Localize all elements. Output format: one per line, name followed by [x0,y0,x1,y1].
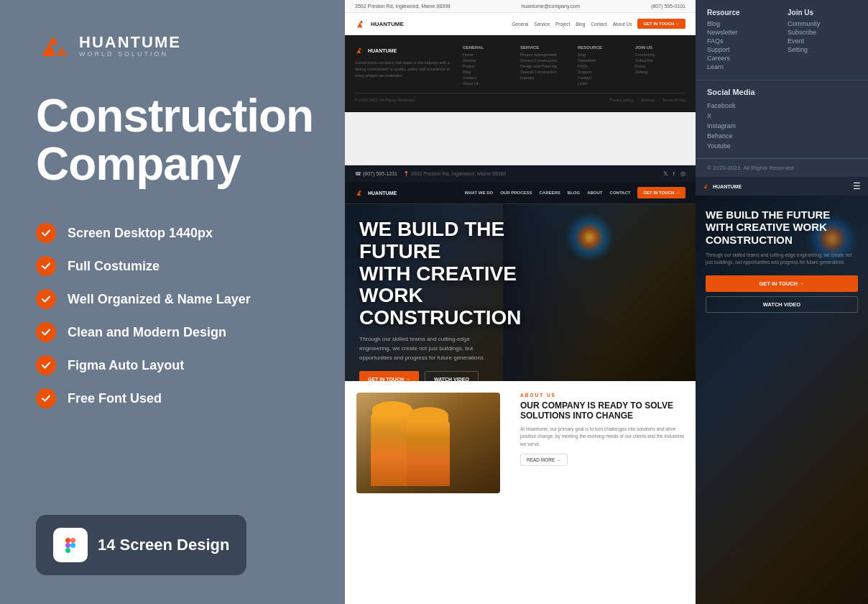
right-nav-item[interactable]: Learn [707,63,776,71]
privacy-link[interactable]: Privacy policy [609,98,634,102]
nav-link[interactable]: Blog [576,22,585,27]
footer-col-item: Learn [578,81,628,86]
hero-nav-logo: HUANTUME [368,191,397,196]
hero-nav-link[interactable]: BLOG [568,191,580,195]
about-heading: OUR COMPANY IS READY TO SOLVE SOLUTIONS … [520,401,687,421]
social-heading: Social Media [707,88,857,96]
email-text: huantume@company.com [522,4,580,9]
hamburger-icon[interactable]: ☰ [853,182,861,191]
mobile-watch-button[interactable]: WATCH VIDEO [706,296,858,313]
right-nav-item[interactable]: Setting [788,45,857,54]
right-nav-item[interactable]: FAQs [707,37,776,45]
feature-text: Full Costumize [68,259,160,274]
right-nav-item[interactable]: Event [788,37,857,45]
social-item[interactable]: Facebook [707,101,857,111]
feature-text: Figma Auto Layout [68,358,184,373]
list-item: Full Costumize [36,256,309,276]
right-nav-item[interactable]: Community [788,19,857,28]
hero-watch-button[interactable]: WATCH VIDEO [425,371,479,381]
check-icon [36,355,56,375]
hero-nav-link[interactable]: ABOUT [587,191,602,195]
hero-nav-link[interactable]: OUR PROCESS [500,191,532,195]
social-item[interactable]: Behance [707,131,857,141]
hero-body: Through our skilled teams and cutting-ed… [359,335,503,362]
about-body: At Huantume, our primary goal is to turn… [520,426,685,448]
mobile-hero: WE BUILD THE FUTURE WITH CREATIVE WORK C… [696,196,868,604]
nav-link[interactable]: Service [534,22,550,27]
right-copyright: © 2020-2021, All Rights Reserved [696,158,868,177]
read-more-button[interactable]: READ MORE → [520,454,568,466]
footer-copyright: © 2020-2021. All Rights Reserved. [355,98,415,102]
logo-area: HUANTUME WORLD SOLUTION [36,29,309,63]
mobile-logo: HUANTUME [713,184,742,189]
hero-nav-link[interactable]: CAREERS [540,191,560,195]
mockup-hero-preview: ☎ (807) 595-1231 📍 3602 Preston Rd, Ingl… [345,165,696,381]
right-nav-item[interactable]: Subscribe [788,28,857,37]
hero-nav-cta[interactable]: GET IN TOUCH → [637,187,685,198]
footer-col-item: Event [635,64,685,68]
address-text: 3502 Preston Rd, Inglewood, Maine 98398 [355,4,451,9]
hero-nav-link[interactable]: WHAT WE DO [465,191,494,195]
footer-col-item: Contact [578,76,628,80]
right-nav-item[interactable]: Careers [707,54,776,63]
mockup-top-preview: 3502 Preston Rd, Inglewood, Maine 98398 … [345,0,696,165]
mobile-header: HUANTUME ☰ [696,177,868,196]
svg-marker-9 [356,190,361,196]
figma-icon [53,528,88,562]
social-item[interactable]: Youtube [707,141,857,151]
footer-col-item: Setting [635,70,685,74]
nav-link[interactable]: About Us [613,22,632,27]
mock-address-small: 📍 3602 Preston Rd, Inglewood, Maine 9838… [403,171,507,177]
right-nav-item[interactable]: Newsletter [707,28,776,37]
list-item: Free Font Used [36,388,309,408]
footer-col-item: Genera Construction [520,58,571,63]
svg-marker-0 [42,36,57,56]
features-list: Screen Desktop 1440px Full Costumize Wel… [36,223,309,408]
right-social-section: Social Media Facebook X Instagram Behanc… [696,81,868,158]
check-icon [36,322,56,342]
logo-icon [36,29,70,63]
feature-text: Clean and Modern Design [68,325,226,340]
about-label: ABOUT US [520,393,687,398]
right-nav-item[interactable]: Blog [707,19,776,28]
social-item[interactable]: X [707,111,857,121]
footer-col-item: Contact [463,76,513,80]
svg-point-6 [70,543,75,548]
mock-phone: ☎ (807) 595-1231 [355,171,397,177]
feature-text: Screen Desktop 1440px [68,226,213,241]
footer-col-item: Project management [520,52,571,57]
terms-link[interactable]: Terms of Use [662,98,685,102]
footer-col-item: Community [635,52,685,57]
sitemap-link[interactable]: Sitemap [640,98,655,102]
social-item[interactable]: Instagram [707,121,857,131]
right-nav-item[interactable]: Support [707,45,776,54]
hero-cta-button[interactable]: GET IN TOUCH → [359,371,419,381]
mobile-hero-title: WE BUILD THE FUTURE WITH CREATIVE WORK C… [706,209,858,246]
footer-col-item: Blog [463,70,513,74]
screen-count-label: 14 Screen Design [98,536,229,554]
logo-name: HUANTUME [79,35,181,50]
about-content: ABOUT US OUR COMPANY IS READY TO SOLVE S… [512,381,696,604]
svg-marker-10 [704,184,708,188]
mobile-cta-button[interactable]: GET IN TOUCH → [706,275,858,292]
nav-link[interactable]: General [512,22,528,27]
feature-text: Free Font Used [68,391,162,406]
feature-text: Well Organized & Name Layer [68,292,251,307]
footer-col-item: Blog [578,52,628,57]
mobile-hero-buttons: GET IN TOUCH → WATCH VIDEO [706,275,858,313]
logo-sub: WORLD SOLUTION [79,50,181,58]
footer-col-item: Service [463,58,513,63]
social-fb[interactable]: f [673,170,675,177]
social-ig[interactable]: ◎ [680,170,685,177]
nav-cta-button[interactable]: GET IN TOUCH → [637,19,685,29]
nav-link[interactable]: Contact [591,22,606,27]
nav-logo-text: HUANTUME [371,21,404,27]
social-x[interactable]: 𝕏 [663,170,668,177]
hero-nav-link[interactable]: CONTACT [610,191,631,195]
nav-link[interactable]: Project [555,22,570,27]
right-panel: Resource Blog Newsletter FAQs Support Ca… [696,0,868,604]
footer-col-item: Special Construction [520,70,571,74]
list-item: Well Organized & Name Layer [36,289,309,309]
footer-col-item: Home [463,52,513,57]
svg-rect-3 [70,538,75,543]
